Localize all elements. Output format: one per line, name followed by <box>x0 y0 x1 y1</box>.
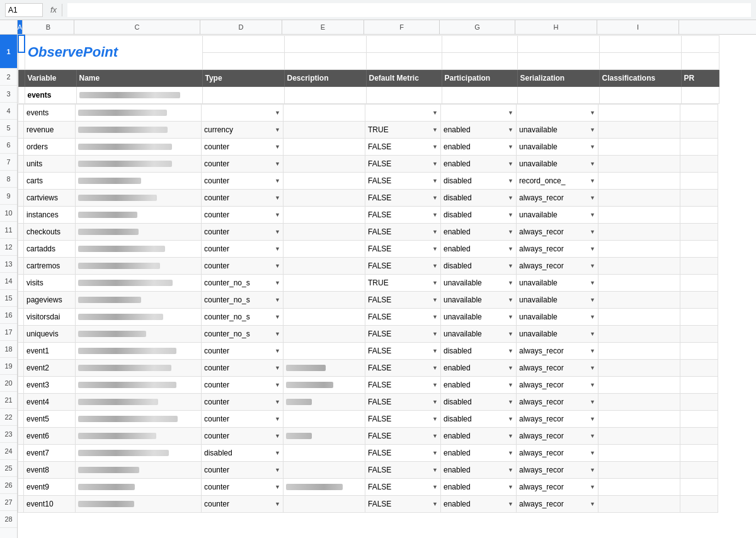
participation-cell[interactable]: disabled ▼ <box>441 189 517 206</box>
default-metric-cell[interactable]: FALSE ▼ <box>365 427 441 444</box>
participation-cell[interactable]: enabled ▼ <box>441 495 517 512</box>
serialization-cell[interactable]: unavailable ▼ <box>517 138 598 155</box>
variable-cell[interactable]: carts <box>24 172 76 189</box>
participation-cell[interactable]: enabled ▼ <box>441 376 517 393</box>
variable-cell[interactable]: event1 <box>24 342 76 359</box>
row-num-15[interactable]: 15 <box>0 290 17 307</box>
variable-cell[interactable]: event2 <box>24 359 76 376</box>
type-cell[interactable]: counter ▼ <box>202 206 284 223</box>
variable-cell[interactable]: visits <box>24 274 76 291</box>
serialization-cell[interactable]: always_recor ▼ <box>517 393 598 410</box>
default-metric-cell[interactable]: TRUE ▼ <box>365 274 441 291</box>
default-metric-cell[interactable]: FALSE ▼ <box>365 444 441 461</box>
row-num-1[interactable]: 1 <box>0 35 17 69</box>
default-metric-cell[interactable]: FALSE ▼ <box>365 461 441 478</box>
serialization-cell[interactable]: always_recor ▼ <box>517 478 598 495</box>
participation-cell[interactable]: disabled ▼ <box>441 172 517 189</box>
row-num-11[interactable]: 11 <box>0 222 17 239</box>
type-cell[interactable]: counter ▼ <box>202 478 284 495</box>
type-cell[interactable]: counter ▼ <box>202 257 284 274</box>
default-metric-cell[interactable]: ▼ <box>365 104 441 121</box>
serialization-cell[interactable]: always_recor ▼ <box>517 410 598 427</box>
row-num-10[interactable]: 10 <box>0 205 17 222</box>
participation-cell[interactable]: disabled ▼ <box>441 393 517 410</box>
type-cell[interactable]: counter_no_s ▼ <box>202 325 284 342</box>
variable-cell[interactable]: uniquevis <box>24 325 76 342</box>
variable-cell[interactable]: event10 <box>24 495 76 512</box>
participation-cell[interactable]: ▼ <box>441 104 517 121</box>
default-metric-cell[interactable]: FALSE ▼ <box>365 189 441 206</box>
col-header-a[interactable]: A <box>18 20 23 34</box>
default-metric-cell[interactable]: FALSE ▼ <box>365 223 441 240</box>
participation-cell[interactable]: disabled ▼ <box>441 206 517 223</box>
row-num-26[interactable]: 26 <box>0 477 17 494</box>
type-cell[interactable]: counter ▼ <box>202 138 284 155</box>
type-cell[interactable]: counter ▼ <box>202 172 284 189</box>
serialization-cell[interactable]: unavailable ▼ <box>517 308 598 325</box>
row-num-14[interactable]: 14 <box>0 273 17 290</box>
serialization-cell[interactable]: always_recor ▼ <box>517 376 598 393</box>
default-metric-cell[interactable]: FALSE ▼ <box>365 257 441 274</box>
row-num-8[interactable]: 8 <box>0 171 17 188</box>
serialization-cell[interactable]: ▼ <box>517 104 598 121</box>
variable-cell[interactable]: checkouts <box>24 223 76 240</box>
variable-cell[interactable]: cartremos <box>24 257 76 274</box>
default-metric-cell[interactable]: FALSE ▼ <box>365 138 441 155</box>
type-cell[interactable]: counter ▼ <box>202 342 284 359</box>
participation-cell[interactable]: disabled ▼ <box>441 410 517 427</box>
serialization-cell[interactable]: unavailable ▼ <box>517 206 598 223</box>
row-num-13[interactable]: 13 <box>0 256 17 273</box>
row-num-28[interactable]: 28 <box>0 511 17 528</box>
serialization-cell[interactable]: unavailable ▼ <box>517 325 598 342</box>
col-header-f[interactable]: F <box>364 20 440 34</box>
serialization-cell[interactable]: unavailable ▼ <box>517 274 598 291</box>
row-num-21[interactable]: 21 <box>0 392 17 409</box>
type-cell[interactable]: counter ▼ <box>202 427 284 444</box>
default-metric-cell[interactable]: FALSE ▼ <box>365 393 441 410</box>
row-num-17[interactable]: 17 <box>0 324 17 341</box>
formula-bar[interactable] <box>67 3 751 17</box>
row-num-24[interactable]: 24 <box>0 443 17 460</box>
row-num-22[interactable]: 22 <box>0 409 17 426</box>
col-header-g[interactable]: G <box>440 20 515 34</box>
variable-cell[interactable]: event6 <box>24 427 76 444</box>
default-metric-cell[interactable]: FALSE ▼ <box>365 376 441 393</box>
row-num-19[interactable]: 19 <box>0 358 17 375</box>
default-metric-cell[interactable]: FALSE ▼ <box>365 342 441 359</box>
default-metric-cell[interactable]: FALSE ▼ <box>365 291 441 308</box>
participation-cell[interactable]: enabled ▼ <box>441 121 517 138</box>
default-metric-cell[interactable]: FALSE ▼ <box>365 495 441 512</box>
variable-cell[interactable]: event5 <box>24 410 76 427</box>
default-metric-cell[interactable]: FALSE ▼ <box>365 308 441 325</box>
row-num-3[interactable]: 3 <box>0 86 17 103</box>
serialization-cell[interactable]: always_recor ▼ <box>517 427 598 444</box>
participation-cell[interactable]: unavailable ▼ <box>441 291 517 308</box>
row-num-2[interactable]: 2 <box>0 69 17 86</box>
serialization-cell[interactable]: always_recor ▼ <box>517 342 598 359</box>
variable-cell[interactable]: event3 <box>24 376 76 393</box>
variable-cell[interactable]: instances <box>24 206 76 223</box>
participation-cell[interactable]: enabled ▼ <box>441 155 517 172</box>
row-num-20[interactable]: 20 <box>0 375 17 392</box>
type-cell[interactable]: counter ▼ <box>202 155 284 172</box>
row-num-25[interactable]: 25 <box>0 460 17 477</box>
type-cell[interactable]: counter ▼ <box>202 495 284 512</box>
serialization-cell[interactable]: always_recor ▼ <box>517 240 598 257</box>
type-cell[interactable]: counter ▼ <box>202 461 284 478</box>
participation-cell[interactable]: enabled ▼ <box>441 359 517 376</box>
variable-cell[interactable]: cartviews <box>24 189 76 206</box>
type-cell[interactable]: ▼ <box>202 104 284 121</box>
cell-reference[interactable]: A1 <box>5 3 43 17</box>
col-header-b[interactable]: B <box>23 20 74 34</box>
serialization-cell[interactable]: unavailable ▼ <box>517 155 598 172</box>
col-header-i[interactable]: I <box>597 20 679 34</box>
variable-cell[interactable]: event4 <box>24 393 76 410</box>
default-metric-cell[interactable]: FALSE ▼ <box>365 206 441 223</box>
type-cell[interactable]: counter_no_s ▼ <box>202 274 284 291</box>
serialization-cell[interactable]: always_recor ▼ <box>517 461 598 478</box>
default-metric-cell[interactable]: FALSE ▼ <box>365 155 441 172</box>
default-metric-cell[interactable]: FALSE ▼ <box>365 172 441 189</box>
participation-cell[interactable]: enabled ▼ <box>441 223 517 240</box>
variable-cell[interactable]: pageviews <box>24 291 76 308</box>
participation-cell[interactable]: disabled ▼ <box>441 257 517 274</box>
